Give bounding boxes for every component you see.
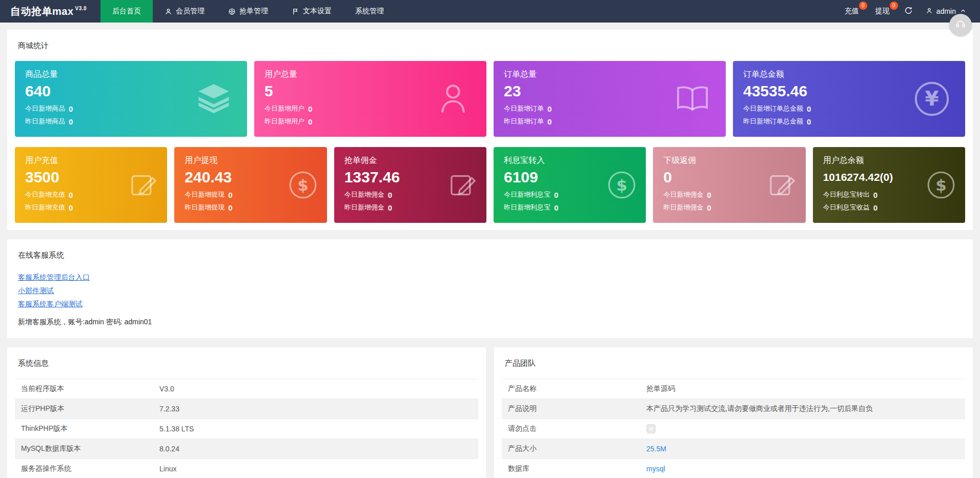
service-panel-title: 在线客服系统 [18, 251, 965, 260]
product-size-link[interactable]: 25.5M [646, 445, 666, 453]
headset-icon [955, 18, 966, 32]
service-widget-test-link[interactable]: 小部件测试 [18, 284, 54, 297]
app-version: V3.0 [75, 6, 87, 11]
nav-item-home[interactable]: 后台首页 [100, 0, 153, 23]
wheel-icon [228, 8, 236, 15]
service-panel: 在线客服系统 客服系统管理后台入口 小部件测试 客服系统客户端测试 新增客服系统… [7, 239, 973, 338]
stat-card-title: 利息宝转入 [504, 155, 636, 166]
stat-card-title: 用户提现 [185, 155, 316, 166]
stat-card-withdraw: 用户提现 240.43 今日新增提现0 昨日新增提现0 $ [174, 147, 326, 223]
stat-card-line2: 昨日新增利息宝0 [504, 203, 636, 212]
app-title: 自动抢单max [10, 5, 74, 18]
main-nav: 后台首页 会员管理 抢单管理 文本设置 系统管理 [100, 0, 396, 23]
product-team-panel: 产品团队 产品名称 抢单源码 产品说明 本产品只为学习测试交流,请勿要做商业或者… [494, 347, 973, 478]
row-label: MySQL数据库版本 [15, 439, 153, 459]
pen-icon [766, 169, 798, 201]
svg-text:$: $ [297, 176, 309, 194]
withdraw-badge: 0 [890, 2, 898, 10]
person-icon [433, 79, 473, 119]
table-row: 数据库 mysql [502, 459, 965, 478]
svg-text:¥: ¥ [925, 87, 938, 110]
row-value: 抢单源码 [640, 379, 965, 399]
stat-card-line2: 昨日新增佣金0 [663, 203, 795, 212]
stat-card-title: 订单总量 [504, 69, 716, 80]
stat-card-title: 下级返佣 [663, 155, 795, 166]
row-value: 本产品只为学习测试交流,请勿要做商业或者用于违法行为,一切后果自负 [640, 399, 965, 419]
mall-stats-title: 商城统计 [18, 41, 965, 51]
nav-item-orders[interactable]: 抢单管理 [216, 0, 280, 23]
floating-widget[interactable] [949, 14, 972, 36]
top-navbar: 自动抢单maxV3.0 后台首页 会员管理 抢单管理 文本设置 系统管理 充值 … [0, 0, 980, 23]
table-row: ThinkPHP版本 5.1.38 LTS [15, 419, 478, 439]
row-label: 当前程序版本 [15, 379, 153, 399]
mystery-icon[interactable] [646, 424, 656, 433]
table-row: 请勿点击 [502, 419, 965, 439]
recharge-badge: 0 [859, 2, 867, 10]
row-value: V3.0 [153, 379, 478, 399]
table-row: 产品名称 抢单源码 [502, 379, 965, 399]
stats-row-1: 商品总量 640 今日新增商品0 昨日新增商品0 用户总量 5 今日新增用户0 … [15, 61, 965, 137]
service-admin-entry-link[interactable]: 客服系统管理后台入口 [18, 271, 90, 284]
pen-icon [446, 169, 478, 201]
person-icon [165, 8, 172, 15]
layers-icon [194, 79, 234, 119]
svg-text:$: $ [935, 176, 947, 194]
admin-username: admin [936, 7, 956, 15]
stat-card-title: 订单总金额 [743, 69, 955, 80]
nav-item-members-label: 会员管理 [176, 7, 205, 16]
row-value: 8.0.24 [153, 439, 478, 459]
stats-row-2: 用户充值 3500 今日新增充值0 昨日新增充值0 用户提现 240.43 今日… [15, 147, 965, 223]
stat-card-sub-commission: 下级返佣 0 今日新增佣金0 昨日新增佣金0 [653, 147, 805, 223]
system-info-title: 系统信息 [18, 359, 478, 368]
withdraw-label: 提现 [875, 7, 890, 16]
mall-stats-panel: 商城统计 商品总量 640 今日新增商品0 昨日新增商品0 用户总量 5 今日新… [7, 30, 973, 230]
svg-text:$: $ [617, 176, 628, 194]
stat-card-title: 用户总余额 [823, 155, 955, 166]
row-label: 产品名称 [502, 379, 640, 399]
nav-item-text-settings[interactable]: 文本设置 [280, 0, 343, 23]
nav-item-orders-label: 抢单管理 [239, 7, 268, 16]
table-row: 产品说明 本产品只为学习测试交流,请勿要做商业或者用于违法行为,一切后果自负 [502, 399, 965, 419]
book-icon [672, 79, 712, 119]
row-label: 产品说明 [502, 399, 640, 419]
stat-card-orders: 订单总量 23 今日新增订单0 昨日新增订单0 [494, 61, 726, 137]
pen-icon [127, 169, 159, 201]
row-value [640, 419, 965, 439]
recharge-button[interactable]: 充值 0 [836, 0, 867, 23]
nav-item-system[interactable]: 系统管理 [343, 0, 396, 23]
withdraw-button[interactable]: 提现 0 [867, 0, 898, 23]
system-info-panel: 系统信息 当前程序版本 V3.0 运行PHP版本 7.2.33 ThinkPHP… [7, 347, 486, 478]
yen-circle-icon: ¥ [912, 79, 952, 119]
nav-item-members[interactable]: 会员管理 [153, 0, 216, 23]
nav-item-home-label: 后台首页 [112, 7, 141, 16]
refresh-button[interactable] [898, 0, 920, 23]
table-row: 产品大小 25.5M [502, 439, 965, 459]
dollar-circle-icon: $ [925, 169, 957, 201]
stat-card-total-balance: 用户总余额 1016274.42(0) 今日利息宝转出0 今日利息宝收益0 $ [813, 147, 965, 223]
person-icon [926, 7, 933, 16]
table-row: 当前程序版本 V3.0 [15, 379, 478, 399]
service-client-test-link[interactable]: 客服系统客户端测试 [18, 297, 83, 310]
stat-card-line2: 昨日新增充值0 [25, 203, 157, 212]
bottom-panels: 系统信息 当前程序版本 V3.0 运行PHP版本 7.2.33 ThinkPHP… [7, 347, 973, 478]
row-label: 服务器操作系统 [15, 459, 153, 478]
row-value: 5.1.38 LTS [153, 419, 478, 439]
recharge-label: 充值 [845, 7, 859, 16]
stat-card-line2: 昨日新增佣金0 [344, 203, 476, 212]
database-link[interactable]: mysql [646, 465, 665, 473]
product-team-table: 产品名称 抢单源码 产品说明 本产品只为学习测试交流,请勿要做商业或者用于违法行… [502, 379, 965, 478]
table-row: MySQL数据库版本 8.0.24 [15, 439, 478, 459]
stat-card-title: 商品总量 [25, 69, 237, 80]
row-label: ThinkPHP版本 [15, 419, 153, 439]
stat-card-title: 用户总量 [264, 69, 476, 80]
row-label: 请勿点击 [502, 419, 640, 439]
dollar-circle-icon: $ [287, 169, 319, 201]
table-row: 服务器操作系统 Linux [15, 459, 478, 478]
stat-card-interest-in: 利息宝转入 6109 今日新增利息宝0 昨日新增利息宝0 $ [494, 147, 646, 223]
nav-item-text-settings-label: 文本设置 [303, 7, 332, 16]
app-logo: 自动抢单maxV3.0 [0, 0, 100, 23]
stat-card-commission: 抢单佣金 1337.46 今日新增佣金0 昨日新增佣金0 [334, 147, 486, 223]
service-credentials-note: 新增客服系统，账号:admin 密码: admin01 [18, 318, 965, 327]
stat-card-title: 抢单佣金 [344, 155, 476, 166]
row-label: 数据库 [502, 459, 640, 478]
